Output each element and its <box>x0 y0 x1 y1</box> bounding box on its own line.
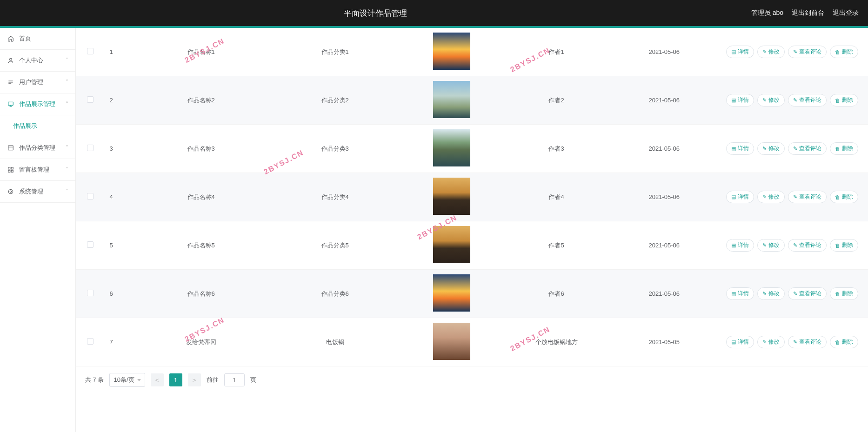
details-button[interactable]: ▤详情 <box>726 142 754 155</box>
doc-icon: ▤ <box>731 242 736 248</box>
sidebar-item-2[interactable]: 用户管理˅ <box>0 72 75 93</box>
doc-icon: ▤ <box>731 97 736 103</box>
comment-icon: ✎ <box>793 49 797 55</box>
svg-rect-4 <box>11 167 13 169</box>
sidebar-item-5[interactable]: 留言板管理˅ <box>0 159 75 181</box>
sidebar-subitem-3-0[interactable]: 作品展示 <box>0 115 75 137</box>
details-button[interactable]: ▤详情 <box>726 239 754 252</box>
chevron-down-icon: ˅ <box>66 57 68 64</box>
page-size-select[interactable]: 10条/页 <box>109 373 145 387</box>
row-checkbox[interactable] <box>87 338 93 345</box>
view-comments-button[interactable]: ✎查看评论 <box>788 287 827 300</box>
row-work-name: 作品名称5 <box>134 221 268 270</box>
trash-icon: 🗑 <box>835 291 840 297</box>
app-header: 平面设计作品管理 管理员 abo 退出到前台 退出登录 <box>0 0 868 26</box>
page-size-value: 10条/页 <box>114 376 134 384</box>
row-work-name: 作品名称3 <box>134 125 268 173</box>
svg-rect-1 <box>8 102 13 105</box>
row-thumbnail[interactable] <box>433 274 470 312</box>
admin-name-link[interactable]: 管理员 abo <box>751 9 783 17</box>
delete-button[interactable]: 🗑删除 <box>830 191 858 203</box>
row-index: 7 <box>105 318 134 366</box>
details-button[interactable]: ▤详情 <box>726 46 754 58</box>
edit-icon: ✎ <box>762 291 767 297</box>
comment-icon: ✎ <box>793 339 797 345</box>
doc-icon: ▤ <box>731 291 736 297</box>
row-date: 2021-05-05 <box>612 318 716 366</box>
view-comments-button[interactable]: ✎查看评论 <box>788 336 827 348</box>
view-comments-button[interactable]: ✎查看评论 <box>788 142 827 155</box>
total-count-label: 共 7 条 <box>85 376 104 384</box>
goto-page-input[interactable] <box>224 373 245 386</box>
edit-button[interactable]: ✎修改 <box>757 94 785 106</box>
row-thumbnail[interactable] <box>433 81 470 118</box>
row-thumbnail[interactable] <box>433 323 470 360</box>
trash-icon: 🗑 <box>835 243 840 248</box>
row-date: 2021-05-06 <box>612 28 716 76</box>
row-index: 1 <box>105 28 134 76</box>
sidebar-item-0[interactable]: 首页 <box>0 28 75 50</box>
row-category: 作品分类4 <box>268 173 402 221</box>
row-checkbox[interactable] <box>87 96 93 103</box>
sidebar-item-1[interactable]: 个人中心˅ <box>0 50 75 72</box>
view-comments-button[interactable]: ✎查看评论 <box>788 239 827 252</box>
edit-button[interactable]: ✎修改 <box>757 191 785 203</box>
delete-button[interactable]: 🗑删除 <box>830 239 858 252</box>
details-button[interactable]: ▤详情 <box>726 94 754 106</box>
details-button[interactable]: ▤详情 <box>726 287 754 300</box>
details-button[interactable]: ▤详情 <box>726 336 754 348</box>
user-manage-icon <box>7 79 14 86</box>
comment-icon: ✎ <box>793 291 797 297</box>
sidebar-item-label: 作品分类管理 <box>19 144 66 152</box>
trash-icon: 🗑 <box>835 339 840 345</box>
row-thumbnail[interactable] <box>433 33 470 70</box>
delete-button[interactable]: 🗑删除 <box>830 142 858 155</box>
details-button[interactable]: ▤详情 <box>726 191 754 203</box>
logout-link[interactable]: 退出登录 <box>833 9 859 17</box>
page-number-button[interactable]: 1 <box>169 373 182 386</box>
row-thumbnail[interactable] <box>433 178 470 215</box>
edit-button[interactable]: ✎修改 <box>757 46 785 58</box>
delete-button[interactable]: 🗑删除 <box>830 287 858 300</box>
home-icon <box>7 35 14 42</box>
delete-button[interactable]: 🗑删除 <box>830 46 858 58</box>
edit-button[interactable]: ✎修改 <box>757 336 785 348</box>
row-checkbox[interactable] <box>87 290 93 296</box>
row-thumbnail[interactable] <box>433 226 470 263</box>
view-comments-button[interactable]: ✎查看评论 <box>788 46 827 58</box>
row-checkbox[interactable] <box>87 145 93 151</box>
row-work-name: 发给梵蒂冈 <box>134 318 268 366</box>
row-index: 2 <box>105 76 134 125</box>
table-row: 5作品名称5作品分类5作者52021-05-06▤详情✎修改✎查看评论🗑删除 <box>76 221 868 270</box>
sidebar-item-4[interactable]: 作品分类管理˅ <box>0 137 75 159</box>
trash-icon: 🗑 <box>835 49 840 55</box>
row-author: 作者2 <box>501 76 612 125</box>
sidebar-item-label: 首页 <box>19 34 68 43</box>
edit-button[interactable]: ✎修改 <box>757 287 785 300</box>
sidebar-item-6[interactable]: 系统管理˅ <box>0 181 75 203</box>
doc-icon: ▤ <box>731 194 736 200</box>
exit-to-front-link[interactable]: 退出到前台 <box>792 9 824 17</box>
row-thumbnail[interactable] <box>433 129 470 166</box>
sidebar-item-label: 用户管理 <box>19 78 66 86</box>
delete-button[interactable]: 🗑删除 <box>830 336 858 348</box>
edit-button[interactable]: ✎修改 <box>757 239 785 252</box>
chevron-up-icon: ˄ <box>66 101 68 107</box>
next-page-button[interactable]: > <box>188 373 201 386</box>
edit-button[interactable]: ✎修改 <box>757 142 785 155</box>
delete-button[interactable]: 🗑删除 <box>830 94 858 106</box>
row-checkbox[interactable] <box>87 193 93 199</box>
row-checkbox[interactable] <box>87 48 93 54</box>
row-actions: ▤详情✎修改✎查看评论🗑删除 <box>720 336 864 348</box>
row-checkbox[interactable] <box>87 241 93 248</box>
prev-page-button[interactable]: < <box>151 373 164 386</box>
row-work-name: 作品名称6 <box>134 270 268 318</box>
view-comments-button[interactable]: ✎查看评论 <box>788 94 827 106</box>
row-actions: ▤详情✎修改✎查看评论🗑删除 <box>720 239 864 252</box>
goto-prefix: 前往 <box>207 376 219 384</box>
table-row: 7发给梵蒂冈电饭锅个放电饭锅地方2021-05-05▤详情✎修改✎查看评论🗑删除 <box>76 318 868 366</box>
category-icon <box>7 145 14 151</box>
sidebar-item-3[interactable]: 作品展示管理˄ <box>0 93 75 115</box>
row-category: 电饭锅 <box>268 318 402 366</box>
view-comments-button[interactable]: ✎查看评论 <box>788 191 827 203</box>
